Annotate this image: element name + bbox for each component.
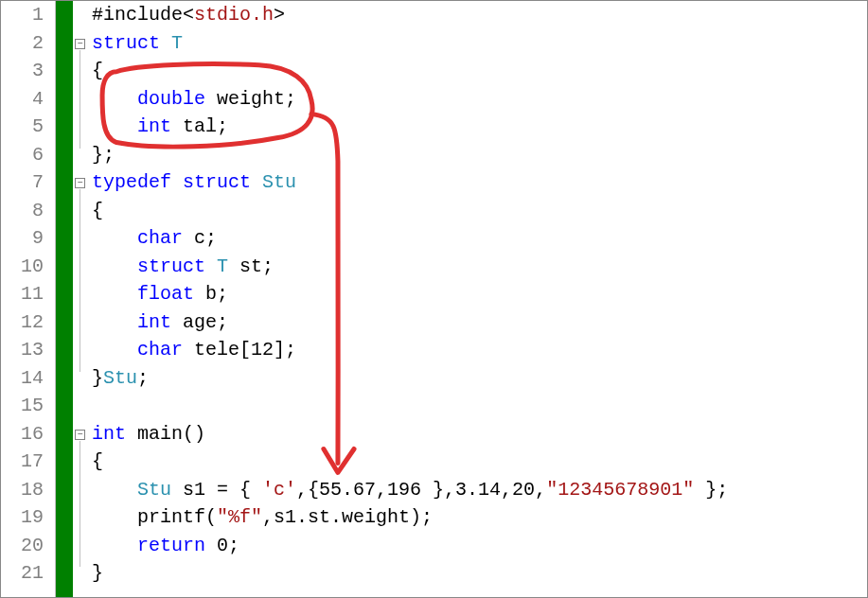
line-number: 8 bbox=[1, 197, 44, 225]
code-token: } bbox=[92, 367, 103, 389]
code-token: main() bbox=[137, 423, 205, 445]
line-number: 3 bbox=[1, 57, 44, 85]
code-token: "%f" bbox=[217, 506, 262, 528]
code-token bbox=[183, 339, 194, 361]
line-number: 14 bbox=[1, 364, 44, 393]
code-token: T bbox=[217, 255, 228, 277]
code-token: double bbox=[137, 88, 205, 110]
line-number: 13 bbox=[1, 336, 44, 364]
code-token: printf( bbox=[137, 506, 217, 528]
line-number: 2 bbox=[1, 29, 44, 58]
code-token: ,s1.st.weight); bbox=[262, 506, 433, 528]
code-line[interactable]: }; bbox=[88, 141, 867, 169]
code-line[interactable]: printf("%f",s1.st.weight); bbox=[88, 503, 867, 532]
code-line[interactable]: struct T st; bbox=[88, 253, 867, 281]
fold-gutter: −−− bbox=[73, 1, 88, 597]
code-line[interactable] bbox=[88, 392, 867, 420]
code-line[interactable]: char tele[12]; bbox=[88, 336, 867, 364]
line-number: 12 bbox=[1, 308, 44, 337]
code-line[interactable]: { bbox=[88, 197, 867, 225]
code-token: struct bbox=[92, 32, 160, 54]
code-token bbox=[205, 255, 217, 277]
code-token bbox=[183, 227, 194, 249]
code-token: < bbox=[183, 4, 194, 26]
line-number: 10 bbox=[1, 253, 44, 281]
code-token: 0; bbox=[217, 535, 239, 556]
line-number: 7 bbox=[1, 168, 44, 197]
code-token bbox=[171, 479, 183, 501]
code-token: b; bbox=[205, 283, 228, 305]
code-token: "12345678901" bbox=[546, 479, 694, 501]
code-token bbox=[171, 115, 183, 137]
code-line[interactable]: int main() bbox=[88, 420, 867, 448]
code-token: tal; bbox=[183, 115, 228, 137]
code-token: struct bbox=[137, 255, 205, 277]
code-token bbox=[171, 171, 183, 193]
code-token: ; bbox=[137, 367, 149, 389]
line-number: 16 bbox=[1, 420, 44, 448]
code-token: > bbox=[274, 4, 285, 26]
line-number: 18 bbox=[1, 476, 44, 504]
code-token: float bbox=[137, 283, 194, 305]
line-number: 4 bbox=[1, 85, 44, 114]
code-token: return bbox=[137, 535, 205, 556]
code-token: s1 = { bbox=[183, 479, 262, 501]
code-token bbox=[251, 171, 262, 193]
code-line[interactable]: typedef struct Stu bbox=[88, 168, 867, 197]
code-line[interactable]: struct T bbox=[88, 29, 867, 58]
code-token bbox=[160, 32, 171, 54]
code-area[interactable]: #include<stdio.h>struct T{ double weight… bbox=[88, 1, 867, 597]
code-token: stdio.h bbox=[194, 4, 274, 26]
code-token: { bbox=[92, 200, 103, 221]
code-line[interactable]: float b; bbox=[88, 280, 867, 308]
code-token: age; bbox=[183, 311, 228, 333]
code-token: tele[12]; bbox=[194, 339, 296, 361]
fold-toggle-icon[interactable]: − bbox=[75, 430, 85, 440]
line-number: 17 bbox=[1, 448, 44, 476]
code-token: int bbox=[137, 311, 171, 333]
code-line[interactable]: { bbox=[88, 57, 867, 85]
code-token: }; bbox=[694, 479, 728, 501]
code-line[interactable]: } bbox=[88, 559, 867, 588]
code-line[interactable]: double weight; bbox=[88, 85, 867, 114]
line-number: 1 bbox=[1, 1, 44, 29]
code-token bbox=[205, 88, 217, 110]
code-token bbox=[171, 311, 183, 333]
fold-guide bbox=[80, 441, 80, 568]
line-number: 6 bbox=[1, 141, 44, 169]
line-number: 9 bbox=[1, 224, 44, 253]
code-line[interactable]: return 0; bbox=[88, 532, 867, 560]
code-token: T bbox=[171, 32, 183, 54]
code-line[interactable]: #include<stdio.h> bbox=[88, 1, 867, 29]
code-token: int bbox=[92, 423, 126, 445]
code-token: { bbox=[92, 60, 103, 81]
fold-toggle-icon[interactable]: − bbox=[75, 39, 85, 49]
code-token: Stu bbox=[137, 479, 171, 501]
code-line[interactable]: Stu s1 = { 'c',{55.67,196 },3.14,20,"123… bbox=[88, 476, 867, 504]
code-token: char bbox=[137, 227, 183, 249]
code-line[interactable]: int tal; bbox=[88, 113, 867, 141]
code-token: Stu bbox=[103, 367, 137, 389]
line-number: 20 bbox=[1, 532, 44, 560]
code-line[interactable]: { bbox=[88, 448, 867, 476]
code-line[interactable]: int age; bbox=[88, 308, 867, 337]
fold-guide bbox=[80, 189, 80, 372]
code-editor: 123456789101112131415161718192021 −−− #i… bbox=[1, 1, 867, 597]
code-token bbox=[194, 283, 205, 305]
line-number: 19 bbox=[1, 503, 44, 532]
code-token: st; bbox=[239, 255, 274, 277]
code-token: Stu bbox=[262, 171, 296, 193]
fold-toggle-icon[interactable]: − bbox=[75, 178, 85, 188]
code-line[interactable]: char c; bbox=[88, 224, 867, 253]
code-token: typedef bbox=[92, 171, 171, 193]
fold-guide bbox=[80, 50, 80, 149]
code-line[interactable]: }Stu; bbox=[88, 364, 867, 393]
line-number: 5 bbox=[1, 113, 44, 141]
line-number: 21 bbox=[1, 559, 44, 588]
code-token: }; bbox=[92, 144, 115, 166]
code-token: struct bbox=[183, 171, 251, 193]
code-token: char bbox=[137, 339, 183, 361]
code-token: } bbox=[92, 562, 103, 584]
code-token bbox=[228, 255, 239, 277]
code-token bbox=[205, 535, 217, 556]
